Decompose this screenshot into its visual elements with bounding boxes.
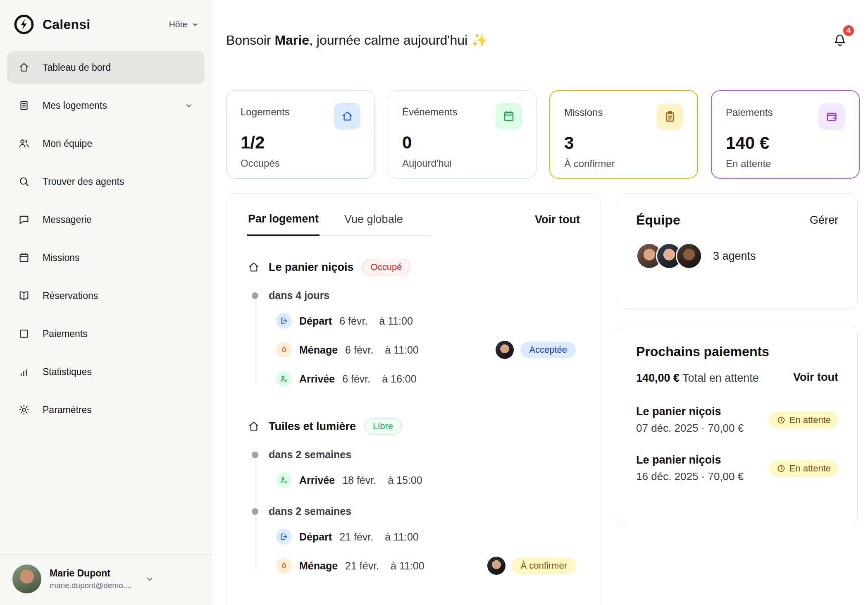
sidebar-item-messagerie[interactable]: Messagerie (7, 203, 205, 236)
event-time: à 15:00 (388, 474, 422, 486)
sidebar-item-label: Paramètres (43, 404, 92, 416)
timeline-event: Arrivée 6 févr. à 16:00 (247, 369, 580, 388)
notification-badge: 4 (842, 24, 855, 37)
clock-icon (777, 416, 786, 425)
chevron-down-icon (184, 100, 194, 110)
calendar-icon (18, 251, 30, 264)
building-icon (18, 99, 30, 112)
user-name: Marie Dupont (50, 568, 132, 579)
event-time: à 11:00 (391, 560, 424, 572)
search-icon (18, 175, 30, 188)
sidebar-item-missions[interactable]: Missions (7, 242, 205, 274)
stat-sublabel: Occupés (241, 158, 360, 169)
chart-icon (18, 366, 30, 378)
user-email: marie.dupont@demo.... (50, 581, 132, 590)
topbar: Bonsoir Marie, journée calme aujourd'hui… (226, 30, 860, 50)
event-time: à 11:00 (385, 344, 419, 356)
brand-name: Calensi (43, 17, 90, 32)
role-label: Hôte (169, 19, 187, 29)
event-label: Arrivée (299, 373, 335, 385)
house-icon (247, 420, 260, 433)
property-section: Tuiles et lumière Libre dans 2 semaines … (247, 418, 580, 575)
event-label: Départ (299, 315, 332, 327)
calendar-icon (496, 103, 522, 129)
calensi-logo (13, 13, 35, 36)
timeline-group-label: dans 2 semaines (247, 449, 580, 461)
clipboard-icon (657, 103, 683, 130)
property-header: Le panier niçois Occupé (247, 259, 580, 275)
sidebar-item-paiements[interactable]: Paiements (7, 318, 205, 350)
sidebar-item-label: Mes logements (43, 100, 107, 111)
stats-row: Logements 1/2 Occupés Événements 0 Aujou… (226, 90, 860, 179)
agent-avatar (496, 341, 514, 359)
role-selector[interactable]: Hôte (169, 19, 200, 29)
payment-item[interactable]: Le panier niçois 07 déc. 2025 · 70,00 € … (636, 405, 838, 435)
stat-card-missions[interactable]: Missions 3 À confirmer (549, 90, 698, 179)
stat-label: Missions (564, 107, 603, 118)
mission-status-badge: À confirmer (512, 557, 576, 574)
sidebar-item-statistiques[interactable]: Statistiques (7, 356, 205, 388)
status-badge: Libre (364, 418, 402, 435)
sidebar-item-label: Messagerie (43, 214, 92, 225)
chat-icon (18, 213, 30, 226)
property-section: Le panier niçois Occupé dans 4 jours Dép… (247, 259, 580, 388)
notifications-button[interactable]: 4 (830, 30, 850, 50)
timeline-event: Ménage 6 févr. à 11:00 Acceptée (247, 340, 580, 359)
tab-vue-globale[interactable]: Vue globale (343, 213, 404, 235)
payment-property: Le panier niçois (636, 454, 744, 466)
tab-par-logement[interactable]: Par logement (247, 213, 320, 236)
sidebar-item-mes-logements[interactable]: Mes logements (7, 89, 205, 122)
stat-card-logements[interactable]: Logements 1/2 Occupés (226, 90, 375, 179)
user-menu[interactable]: Marie Dupont marie.dupont@demo.... (0, 554, 212, 605)
payment-status-badge: En attente (769, 460, 838, 477)
event-label: Arrivée (299, 474, 335, 486)
event-date: 21 févr. (345, 560, 379, 572)
arrival-icon (276, 472, 292, 488)
timeline-event: Ménage 21 févr. à 11:00 À confirmer (247, 556, 580, 575)
stat-label: Logements (241, 106, 290, 118)
stat-card-paiements[interactable]: Paiements 140 € En attente (711, 90, 860, 179)
stat-card-evenements[interactable]: Événements 0 Aujourd'hui (388, 90, 537, 179)
app-window: Calensi Hôte Tableau de bord Mes logemen… (0, 0, 868, 605)
gear-icon (18, 404, 30, 416)
sidebar-item-parametres[interactable]: Paramètres (7, 394, 205, 426)
chevron-down-icon (191, 20, 200, 29)
book-icon (18, 289, 30, 302)
timeline-group-label: dans 4 jours (247, 289, 580, 301)
event-date: 6 févr. (345, 344, 373, 356)
main-content: Bonsoir Marie, journée calme aujourd'hui… (212, 0, 868, 605)
payment-item[interactable]: Le panier niçois 16 déc. 2025 · 70,00 € … (636, 454, 838, 483)
planning-card: Par logement Vue globale Voir tout Le pa… (226, 193, 601, 605)
card-icon (18, 328, 30, 340)
payments-card: Prochains paiements 140,00 € Total en at… (617, 325, 858, 525)
timeline: dans 2 semaines Arrivée 18 févr. à 15:00… (247, 449, 580, 575)
event-date: 18 févr. (342, 474, 376, 486)
departure-icon (276, 529, 292, 545)
stat-value: 3 (564, 133, 683, 153)
manage-team-link[interactable]: Gérer (810, 214, 838, 227)
stat-value: 140 € (726, 133, 845, 153)
clock-icon (777, 464, 786, 473)
stat-label: Événements (402, 106, 457, 118)
payment-info: Le panier niçois 16 déc. 2025 · 70,00 € (636, 454, 744, 483)
payment-info: Le panier niçois 07 déc. 2025 · 70,00 € (636, 405, 744, 435)
payments-view-all-link[interactable]: Voir tout (793, 371, 838, 384)
home-icon (18, 61, 30, 74)
timeline-event: Arrivée 18 févr. à 15:00 (247, 471, 580, 490)
sidebar-item-mon-equipe[interactable]: Mon équipe (7, 127, 205, 160)
event-assignment: À confirmer (487, 557, 576, 575)
sidebar-item-trouver-des-agents[interactable]: Trouver des agents (7, 165, 205, 198)
planning-view-all-link[interactable]: Voir tout (535, 213, 580, 226)
users-icon (18, 137, 30, 150)
sidebar-item-reservations[interactable]: Réservations (7, 280, 205, 312)
team-count: 3 agents (713, 250, 756, 263)
timeline-group-label: dans 2 semaines (247, 505, 580, 517)
agent-avatar (487, 557, 506, 575)
content-columns: Par logement Vue globale Voir tout Le pa… (226, 193, 860, 605)
stat-label: Paiements (726, 107, 773, 118)
sidebar-item-tableau-de-bord[interactable]: Tableau de bord (7, 51, 205, 84)
page-greeting: Bonsoir Marie, journée calme aujourd'hui… (226, 32, 488, 48)
sidebar-item-label: Paiements (43, 328, 88, 340)
user-info: Marie Dupont marie.dupont@demo.... (50, 568, 132, 590)
event-date: 6 févr. (342, 373, 370, 385)
